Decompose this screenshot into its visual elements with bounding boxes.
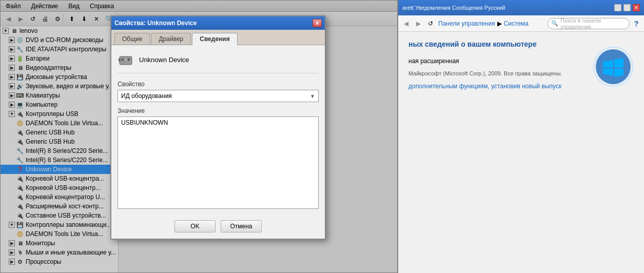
ok-button[interactable]: OK <box>174 220 216 232</box>
help-button[interactable]: ? <box>631 18 642 29</box>
windows-logo <box>593 46 634 87</box>
value-label: Значение <box>118 107 319 114</box>
device-name: Unknown Device <box>139 56 189 64</box>
header-text: arett Уведомления Сообщения Русский <box>402 5 505 11</box>
feature-link[interactable]: дополнительным функциям, установив новый… <box>408 83 561 90</box>
search-icon: 🔍 <box>551 20 558 27</box>
property-value: ИД оборудования <box>121 92 172 100</box>
device-header: Unknown Device <box>118 51 319 73</box>
property-label: Свойство <box>118 81 319 88</box>
modal-body: Unknown Device Свойство ИД оборудования … <box>111 45 325 215</box>
tab-general[interactable]: Общие <box>114 33 150 45</box>
breadcrumb: Панели управления ▶ Система <box>438 20 545 27</box>
right-content: ных сведений о вашем компьютере ная расш… <box>398 32 644 105</box>
properties-dialog: Свойства: Unknown Device ✕ Общие Драйвер… <box>110 15 326 240</box>
nav-forward[interactable]: ▶ <box>413 18 424 29</box>
minimize-button[interactable]: _ <box>614 4 621 11</box>
modal-title: Свойства: Unknown Device <box>114 20 197 27</box>
nav-refresh[interactable]: ↺ <box>425 18 436 29</box>
breadcrumb-control-panel[interactable]: Панели управления <box>438 20 495 27</box>
tab-driver[interactable]: Драйвер <box>151 33 191 45</box>
svg-rect-6 <box>119 59 121 62</box>
modal-footer: OK Отмена <box>111 215 325 239</box>
close-button[interactable]: ✕ <box>633 4 640 11</box>
breadcrumb-system[interactable]: Система <box>504 20 529 27</box>
svg-rect-4 <box>128 59 130 61</box>
cancel-button[interactable]: Отмена <box>221 220 262 232</box>
modal-close-button[interactable]: ✕ <box>313 19 322 27</box>
modal-tabs: Общие Драйвер Сведения <box>111 30 325 45</box>
svg-rect-5 <box>124 57 127 62</box>
tab-details[interactable]: Сведения <box>192 33 237 45</box>
titlebar-buttons: ✕ <box>313 19 322 27</box>
device-usb-icon <box>118 51 134 68</box>
search-box[interactable]: 🔍 Поиск в панели управления <box>548 18 630 29</box>
modal-titlebar: Свойства: Unknown Device ✕ <box>111 16 325 30</box>
property-dropdown[interactable]: ИД оборудования ▼ <box>118 90 319 102</box>
svg-rect-3 <box>122 59 124 61</box>
nav-back[interactable]: ◀ <box>400 18 412 29</box>
maximize-button[interactable]: □ <box>623 4 631 11</box>
value-content: USB\UNKNOWN <box>121 119 168 126</box>
right-panel: arett Уведомления Сообщения Русский _ □ … <box>398 0 644 273</box>
right-header: arett Уведомления Сообщения Русский _ □ … <box>398 0 644 15</box>
right-nav: ◀ ▶ ↺ Панели управления ▶ Система 🔍 Поис… <box>398 15 644 32</box>
value-box: USB\UNKNOWN <box>118 116 319 209</box>
dropdown-arrow-icon: ▼ <box>310 93 315 99</box>
